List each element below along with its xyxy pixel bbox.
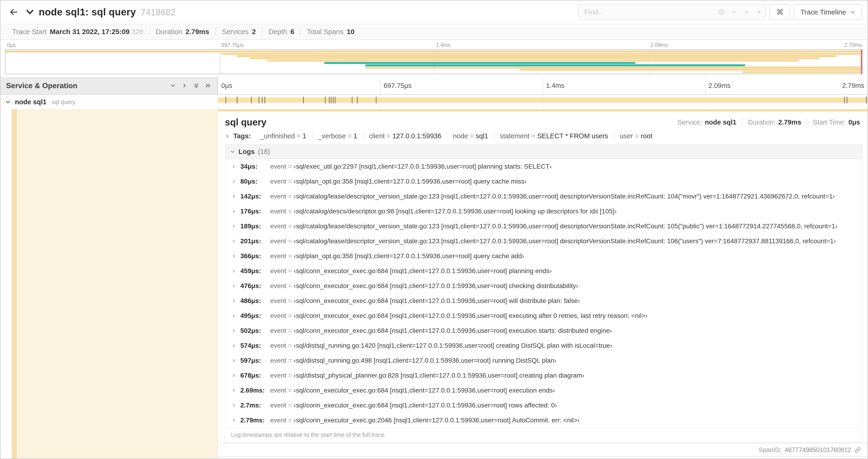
log-marker xyxy=(357,97,358,104)
log-marker xyxy=(303,97,304,104)
log-value: ‹sql/plan_opt.go:358 [nsql1,client=127.0… xyxy=(294,178,527,185)
log-entry[interactable]: 176μs: event=‹sql/catalog/descs/descript… xyxy=(225,204,862,219)
span-meta: Service:node sql1 Duration:2.79ms Start … xyxy=(672,119,860,126)
log-entry[interactable]: 678μs: event=‹sql/distsql_physical_plann… xyxy=(225,368,862,383)
log-timestamp: 2.79ms: xyxy=(240,417,270,424)
log-entry[interactable]: 2.69ms: event=‹sql/conn_executor_exec.go… xyxy=(225,383,862,398)
log-marker xyxy=(376,97,376,104)
log-marker xyxy=(335,97,335,104)
log-timestamp: 486μs: xyxy=(240,297,270,305)
minimap-range-handle[interactable] xyxy=(861,50,862,74)
log-entry[interactable]: 189μs: event=‹sql/catalog/lease/descript… xyxy=(225,219,862,234)
minimap-span-bar xyxy=(250,57,820,59)
log-marker xyxy=(226,97,226,104)
log-timestamp: 2.69ms: xyxy=(240,387,270,394)
next-match-button[interactable] xyxy=(740,5,753,20)
back-button[interactable] xyxy=(5,4,22,21)
log-entry[interactable]: 142μs: event=‹sql/catalog/lease/descript… xyxy=(225,189,862,204)
span-collapse-toggle[interactable] xyxy=(5,99,11,105)
log-entry[interactable]: 34μs: event=‹sql/exec_util.go:2297 [nsql… xyxy=(225,159,862,174)
chevron-down-icon xyxy=(230,149,235,154)
log-entry[interactable]: 574μs: event=‹sql/distsql_running.go:142… xyxy=(225,338,862,353)
log-value: ‹sql/distsql_physical_planner.go:828 [ns… xyxy=(294,372,584,379)
copy-link-button[interactable] xyxy=(855,447,861,453)
find-input[interactable] xyxy=(579,5,715,20)
log-message: event=‹sql/catalog/descs/descriptor.go:9… xyxy=(270,207,617,215)
log-timestamp: 201μs: xyxy=(240,237,270,245)
prev-match-button[interactable] xyxy=(727,5,740,20)
tag-value: root xyxy=(641,132,652,140)
log-value: ‹sql/exec_util.go:2297 [nsql1,client=127… xyxy=(294,163,552,170)
minimap-row xyxy=(6,57,862,60)
log-marker xyxy=(265,97,265,104)
ruler-tick-label: 2.09ms xyxy=(705,77,731,94)
tag-item: _unfinished=1 xyxy=(254,132,312,140)
log-timestamp: 678μs: xyxy=(240,372,270,379)
trace-id: 7418682 xyxy=(141,7,176,18)
trace-title-toggle[interactable] xyxy=(23,4,37,21)
minimap-row xyxy=(6,51,862,53)
view-type-select[interactable]: Trace Timeline xyxy=(794,4,862,20)
log-list: 34μs: event=‹sql/exec_util.go:2297 [nsql… xyxy=(225,159,862,428)
minimap-canvas[interactable] xyxy=(5,50,863,74)
summary-label: Duration xyxy=(156,28,182,35)
log-entry[interactable]: 459μs: event=‹sql/conn_executor_exec.go:… xyxy=(225,264,862,278)
tag-item: _verbose=1 xyxy=(312,132,363,140)
log-entry[interactable]: 366μs: event=‹sql/plan_opt.go:358 [nsql1… xyxy=(225,249,862,264)
close-icon xyxy=(756,9,762,15)
chevron-down-icon xyxy=(743,9,749,15)
minimap-tick-label: 697.75μs xyxy=(220,42,244,48)
log-message: event=‹sql/conn_executor_exec.go:684 [ns… xyxy=(270,267,552,275)
span-meta-item: Start Time:0μs xyxy=(807,119,860,126)
log-message: event=‹sql/plan_opt.go:358 [nsql1,client… xyxy=(270,178,527,185)
log-timestamp: 2.7ms: xyxy=(240,402,270,409)
log-entry[interactable]: 502μs: event=‹sql/conn_executor_exec.go:… xyxy=(225,323,862,338)
chevron-right-icon xyxy=(231,164,236,169)
log-timestamp: 80μs: xyxy=(240,178,270,185)
tags-row[interactable]: Tags: _unfinished=1 _verbose=1 client=12… xyxy=(225,132,860,140)
log-entry[interactable]: 597μs: event=‹sql/distsql_running.go:498… xyxy=(225,353,862,368)
service-operation-heading: Service & Operation xyxy=(6,81,167,90)
span-id-label: SpanID: xyxy=(758,447,781,454)
collapse-one-button[interactable] xyxy=(167,77,179,94)
log-entry[interactable]: 476μs: event=‹sql/conn_executor_exec.go:… xyxy=(225,278,862,293)
summary-label: Trace Start xyxy=(12,28,46,35)
log-marker xyxy=(844,97,845,104)
span-meta-value: 0μs xyxy=(848,119,860,126)
chevron-down-icon xyxy=(850,9,856,15)
log-entry[interactable]: 2.79ms: event=‹sql/conn_executor_exec.go… xyxy=(225,413,862,428)
log-value: ‹sql/conn_executor_exec.go:2046 [nsql1,c… xyxy=(294,417,580,424)
chevron-right-icon xyxy=(231,343,236,348)
chevron-right-icon xyxy=(231,358,236,363)
service-name: node sql1 xyxy=(15,98,46,106)
log-timestamp: 142μs: xyxy=(240,193,270,200)
focus-match-button[interactable] xyxy=(715,5,727,20)
keyboard-shortcuts-button[interactable]: ⌘ xyxy=(770,4,790,20)
minimap-spans xyxy=(6,50,862,74)
log-entry[interactable]: 80μs: event=‹sql/plan_opt.go:358 [nsql1,… xyxy=(225,174,862,189)
span-meta-label: Start Time: xyxy=(813,119,846,126)
log-entry[interactable]: 486μs: event=‹sql/conn_executor_exec.go:… xyxy=(225,293,862,308)
log-entry[interactable]: 2.7ms: event=‹sql/conn_executor_exec.go:… xyxy=(225,398,862,413)
expand-all-button[interactable] xyxy=(202,77,214,94)
chevron-right-icon xyxy=(231,388,236,393)
collapse-all-button[interactable] xyxy=(190,77,202,94)
chevron-right-icon xyxy=(231,254,236,258)
log-timestamp: 366μs: xyxy=(240,252,270,260)
expand-one-button[interactable] xyxy=(179,77,190,94)
summary-item: Services 2 xyxy=(215,28,262,35)
span-row[interactable]: node sql1 sql query xyxy=(0,95,868,109)
log-key: event xyxy=(270,178,286,185)
minimap-tick-label: 2.09ms xyxy=(648,42,668,48)
log-entry[interactable]: 495μs: event=‹sql/conn_executor_exec.go:… xyxy=(225,308,862,323)
log-value: ‹sql/plan_opt.go:358 [nsql1,client=127.0… xyxy=(294,252,524,260)
log-value: ‹sql/catalog/lease/descriptor_version_st… xyxy=(294,193,835,200)
log-marker xyxy=(352,97,352,104)
tag-value: SELECT * FROM users xyxy=(537,132,608,140)
ruler-tick-label: 1.4ms xyxy=(543,77,564,94)
clear-find-button[interactable] xyxy=(753,5,765,20)
logs-header[interactable]: Logs (18) xyxy=(225,144,862,159)
command-icon: ⌘ xyxy=(776,8,783,17)
log-timestamp: 597μs: xyxy=(240,357,270,364)
log-entry[interactable]: 201μs: event=‹sql/catalog/lease/descript… xyxy=(225,234,862,249)
